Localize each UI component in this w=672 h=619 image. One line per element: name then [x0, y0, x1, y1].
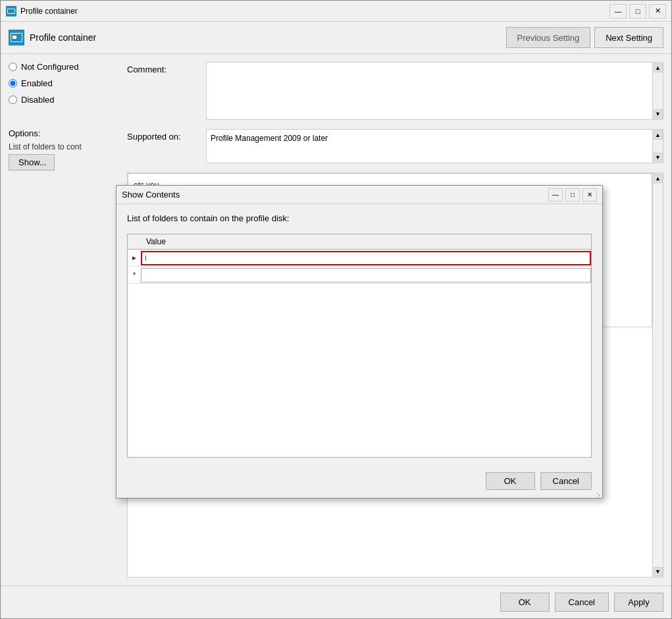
cancel-button[interactable]: Cancel — [555, 593, 609, 612]
main-window: Profile container — □ ✕ Profile containe… — [0, 0, 672, 619]
row-new-marker: * — [128, 271, 141, 280]
dialog-minimize-button[interactable]: — — [548, 188, 563, 202]
supported-field-container: Profile Management 2009 or later ▲ ▼ — [206, 129, 663, 163]
scroll-down-arrow[interactable]: ▼ — [654, 109, 663, 119]
row-value-input[interactable] — [141, 251, 591, 265]
dialog-cancel-button[interactable]: Cancel — [540, 472, 592, 490]
description-scrollbar: ▲ ▼ — [652, 173, 663, 577]
radio-enabled-label: Enabled — [21, 78, 53, 88]
header-arrow-col — [133, 237, 146, 246]
dialog-table-header: Value — [128, 234, 591, 250]
dialog-maximize-button[interactable]: □ — [565, 188, 580, 202]
bottom-bar: OK Cancel Apply — [1, 585, 671, 618]
dialog-resize-handle[interactable]: ↘ — [594, 490, 602, 498]
dialog-ok-button[interactable]: OK — [486, 472, 535, 490]
title-bar-icon — [6, 6, 16, 16]
title-bar: Profile container — □ ✕ — [1, 1, 671, 22]
dialog-bottom: OK Cancel — [116, 467, 602, 498]
comment-input[interactable] — [207, 63, 652, 115]
supported-field-row: Supported on: Profile Management 2009 or… — [127, 129, 663, 163]
svg-rect-6 — [13, 36, 16, 39]
dialog-table-body: ► * — [128, 250, 591, 457]
dialog-title-bar: Show Contents — □ ✕ — [116, 186, 602, 204]
svg-rect-2 — [8, 9, 14, 13]
close-button[interactable]: ✕ — [649, 4, 666, 18]
header-title: Profile container — [30, 32, 96, 43]
radio-not-configured[interactable]: Not Configured — [9, 62, 127, 72]
radio-disabled[interactable]: Disabled — [9, 95, 127, 105]
desc-scroll-down[interactable]: ▼ — [654, 567, 663, 576]
show-contents-dialog: Show Contents — □ ✕ List of folders to c… — [116, 185, 603, 498]
dialog-content: List of folders to contain on the profil… — [116, 204, 602, 467]
header-buttons: Previous Setting Next Setting — [506, 27, 664, 48]
supported-scrollbar: ▲ ▼ — [652, 130, 663, 163]
radio-not-configured-input[interactable] — [9, 63, 17, 71]
row-arrow-icon: ► — [128, 254, 141, 261]
options-section: Options: List of folders to cont Show... — [9, 128, 127, 171]
window-header-left: Profile container — [9, 30, 96, 45]
comment-label: Comment: — [127, 62, 206, 74]
supported-scroll-up[interactable]: ▲ — [654, 130, 663, 140]
supported-label: Supported on: — [127, 129, 206, 142]
radio-disabled-input[interactable] — [9, 95, 17, 104]
radio-enabled-input[interactable] — [9, 79, 17, 88]
radio-not-configured-label: Not Configured — [21, 62, 78, 72]
list-label: List of folders to cont — [9, 142, 127, 151]
radio-group: Not Configured Enabled Disabled — [9, 62, 127, 105]
header-value-col: Value — [146, 237, 586, 246]
title-bar-controls: — □ ✕ — [609, 4, 666, 18]
dialog-controls: — □ ✕ — [548, 188, 597, 202]
show-button[interactable]: Show... — [9, 154, 55, 171]
next-setting-button[interactable]: Next Setting — [594, 27, 663, 48]
comment-field-row: Comment: ▲ ▼ — [127, 62, 663, 120]
radio-enabled[interactable]: Enabled — [9, 78, 127, 88]
row-new-input[interactable] — [141, 268, 591, 283]
supported-value: Profile Management 2009 or later — [207, 130, 652, 163]
desc-scroll-up[interactable]: ▲ — [654, 174, 663, 183]
header-icon — [9, 30, 24, 45]
comment-scrollbar: ▲ ▼ — [652, 63, 663, 119]
dialog-close-button[interactable]: ✕ — [582, 188, 597, 202]
supported-scroll-down[interactable]: ▼ — [654, 153, 663, 162]
options-title: Options: — [9, 128, 127, 138]
radio-disabled-label: Disabled — [21, 95, 55, 105]
comment-field-container: ▲ ▼ — [206, 62, 663, 120]
ok-button[interactable]: OK — [500, 593, 550, 612]
title-bar-text: Profile container — [20, 7, 609, 16]
maximize-button[interactable]: □ — [629, 4, 646, 18]
table-row-new[interactable]: * — [128, 267, 591, 284]
scroll-up-arrow[interactable]: ▲ — [654, 63, 663, 72]
table-row[interactable]: ► — [128, 250, 591, 267]
dialog-title-text: Show Contents — [122, 190, 548, 200]
minimize-button[interactable]: — — [609, 4, 627, 18]
window-header: Profile container Previous Setting Next … — [1, 22, 671, 54]
apply-button[interactable]: Apply — [614, 593, 663, 612]
left-panel: Not Configured Enabled Disabled Options:… — [9, 62, 127, 578]
previous-setting-button[interactable]: Previous Setting — [506, 27, 591, 48]
dialog-description: List of folders to contain on the profil… — [127, 213, 592, 223]
dialog-table: Value ► * — [127, 234, 592, 458]
